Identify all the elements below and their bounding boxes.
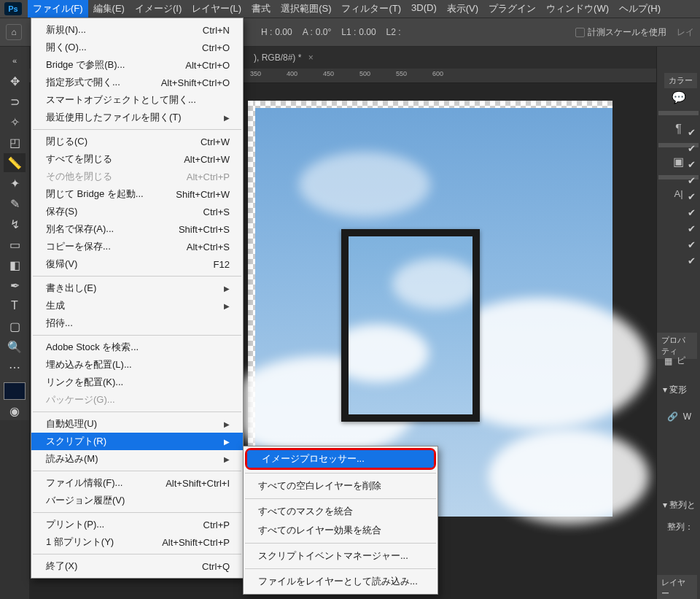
color-panel-tab[interactable]: カラー (664, 73, 697, 88)
right-panel-strip: カラー 💬 ¶ ▣ A| ✔✔✔✔✔✔✔✔✔ プロパティ ▦ピ ▾ 変形 🔗 W… (656, 47, 700, 599)
image-processor-item[interactable]: イメージプロセッサー... (247, 450, 434, 468)
quickmask-tool[interactable]: ◉ (4, 401, 26, 420)
menu-9[interactable]: プラグイン (483, 0, 541, 18)
file-menu-item[interactable]: 開く(O)...Ctrl+O (31, 39, 243, 56)
collapse-icon[interactable]: « (4, 51, 26, 70)
file-menu-item[interactable]: 1 部プリント(Y)Alt+Shift+Ctrl+P (31, 533, 243, 551)
tools-panel: « ✥ ⊃ ✧ ◰ 📏 ✦ ✎ ↯ ▭ ◧ ✒ T ▢ 🔍 ⋯ ◉ (0, 47, 29, 420)
main-menu-bar: Ps ファイル(F)編集(E)イメージ(I)レイヤー(L)書式選択範囲(S)フィ… (0, 0, 700, 18)
file-menu-item[interactable]: スマートオブジェクトとして開く... (31, 91, 243, 109)
history-brush-tool[interactable]: ↯ (4, 215, 26, 233)
menu-5[interactable]: 選択範囲(S) (276, 0, 336, 18)
move-tool[interactable]: ✥ (4, 72, 26, 90)
link-icon[interactable]: 🔗 (667, 411, 678, 422)
w-label: W (683, 411, 691, 422)
script-submenu-item[interactable]: すべてのレイヤー効果を統合 (244, 521, 438, 540)
type-tool[interactable]: T (4, 296, 26, 315)
file-menu-item[interactable]: 保存(S)Ctrl+S (31, 203, 243, 220)
l1-value: 0.00 (359, 27, 376, 37)
crop-tool[interactable]: ◰ (4, 133, 26, 152)
menu-4[interactable]: 書式 (246, 0, 276, 18)
shape-tool[interactable]: ▢ (4, 317, 26, 336)
a-value: 0.0° (316, 27, 331, 37)
menu-3[interactable]: レイヤー(L) (187, 0, 246, 18)
pen-tool[interactable]: ✒ (4, 276, 26, 295)
options-right-hint: レイ (677, 26, 694, 39)
menu-7[interactable]: 3D(D) (406, 0, 442, 18)
transform-section-label[interactable]: ▾ 変形 (663, 384, 687, 396)
align-section-label[interactable]: ▾ 整列と (663, 499, 696, 511)
foreground-swatch[interactable] (4, 382, 26, 400)
file-menu-item[interactable]: プリント(P)...Ctrl+P (31, 516, 243, 533)
file-menu-item: その他を閉じるAlt+Ctrl+P (31, 168, 243, 185)
file-menu-item[interactable]: 新規(N)...Ctrl+N (31, 21, 243, 39)
h-value: 0.00 (275, 27, 292, 37)
file-menu-item[interactable]: Adobe Stock を検索... (31, 339, 243, 356)
menu-10[interactable]: ウィンドウ(W) (541, 0, 614, 18)
more-tools-icon[interactable]: ⋯ (4, 358, 26, 376)
file-menu-item[interactable]: 招待... (31, 314, 243, 332)
gradient-tool[interactable]: ◧ (4, 255, 26, 274)
file-menu-item[interactable]: コピーを保存...Alt+Ctrl+S (31, 238, 243, 255)
wand-tool[interactable]: ✧ (4, 112, 26, 131)
measure-scale-label: 計測スケールを使用 (588, 26, 666, 39)
menu-1[interactable]: 編集(E) (88, 0, 130, 18)
lasso-tool[interactable]: ⊃ (4, 92, 26, 111)
file-menu-item[interactable]: バージョン履歴(V) (31, 492, 243, 509)
file-menu-item[interactable]: 自動処理(U)▶ (31, 415, 243, 433)
file-menu-item[interactable]: 埋め込みを配置(L)... (31, 356, 243, 374)
brush-tool[interactable]: ✎ (4, 194, 26, 213)
menu-11[interactable]: ヘルプ(H) (614, 0, 666, 18)
menu-0[interactable]: ファイル(F) (28, 0, 88, 18)
script-submenu-item[interactable]: すべての空白レイヤーを削除 (244, 476, 438, 495)
document-tab[interactable]: ), RGB/8#) * × (248, 50, 319, 66)
file-menu-dropdown: 新規(N)...Ctrl+N開く(O)...Ctrl+OBridge で参照(B… (31, 18, 244, 579)
file-menu-item[interactable]: 生成▶ (31, 297, 243, 314)
app-logo: Ps (4, 2, 22, 15)
check-icon[interactable]: ✔ (688, 127, 696, 138)
pixel-label: ピ (677, 355, 685, 367)
layer-panel-tab[interactable]: レイヤー (657, 575, 697, 599)
file-menu-item[interactable]: Bridge で参照(B)...Alt+Ctrl+O (31, 56, 243, 74)
file-menu-item[interactable]: すべてを閉じるAlt+Ctrl+W (31, 150, 243, 168)
l1-label: L1 : (341, 27, 356, 37)
comment-icon[interactable]: 💬 (664, 86, 693, 108)
menu-2[interactable]: イメージ(I) (130, 0, 187, 18)
script-submenu-item[interactable]: ファイルをレイヤーとして読み込み... (244, 572, 438, 591)
spot-tool[interactable]: ✦ (4, 174, 26, 193)
h-label: H : (261, 27, 272, 37)
zoom-tool[interactable]: 🔍 (4, 337, 26, 356)
frame-object[interactable] (341, 229, 480, 422)
align-label: 整列： (667, 521, 693, 533)
file-menu-item[interactable]: 別名で保存(A)...Shift+Ctrl+S (31, 220, 243, 238)
file-menu-item[interactable]: 指定形式で開く...Alt+Shift+Ctrl+O (31, 74, 243, 91)
file-menu-item[interactable]: ファイル情報(F)...Alt+Shift+Ctrl+I (31, 474, 243, 492)
home-icon[interactable]: ⌂ (6, 24, 22, 40)
l2-label: L2 : (386, 27, 401, 37)
file-menu-item[interactable]: スクリプト(R)▶ (31, 433, 243, 450)
pixel-icon: ▦ (664, 356, 672, 366)
file-menu-item[interactable]: 閉じる(C)Ctrl+W (31, 133, 243, 150)
ruler-tool[interactable]: 📏 (4, 153, 26, 172)
rectangle-tool[interactable]: ▭ (4, 235, 26, 254)
script-submenu-item[interactable]: スクリプトイベントマネージャー... (244, 546, 438, 565)
close-tab-icon[interactable]: × (308, 53, 314, 63)
a-label: A : (303, 27, 313, 37)
file-menu-item: パッケージ(G)... (31, 391, 243, 409)
script-submenu: イメージプロセッサー...すべての空白レイヤーを削除すべてのマスクを統合すべての… (243, 446, 438, 595)
visibility-checks: ✔✔✔✔✔✔✔✔✔ (688, 127, 696, 266)
menu-8[interactable]: 表示(V) (442, 0, 483, 18)
file-menu-item[interactable]: 読み込み(M)▶ (31, 450, 243, 468)
file-menu-item[interactable]: 閉じて Bridge を起動...Shift+Ctrl+W (31, 185, 243, 203)
menu-6[interactable]: フィルター(T) (336, 0, 406, 18)
script-submenu-item[interactable]: すべてのマスクを統合 (244, 502, 438, 521)
file-menu-item[interactable]: 終了(X)Ctrl+Q (31, 557, 243, 575)
file-menu-item[interactable]: 書き出し(E)▶ (31, 279, 243, 297)
file-menu-item[interactable]: 最近使用したファイルを開く(T)▶ (31, 109, 243, 126)
file-menu-item[interactable]: 復帰(V)F12 (31, 255, 243, 273)
measure-scale-checkbox[interactable] (575, 28, 585, 37)
file-menu-item[interactable]: リンクを配置(K)... (31, 374, 243, 391)
